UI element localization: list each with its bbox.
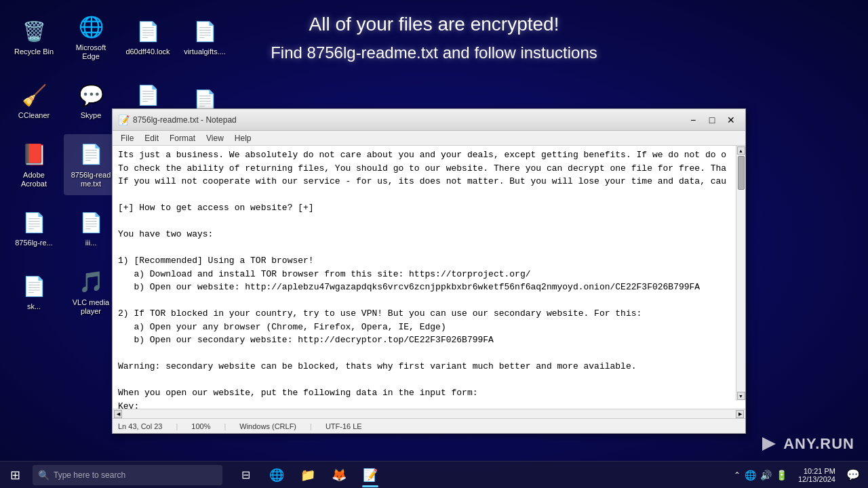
taskbar-firefox-button[interactable]: 🦊 — [324, 462, 354, 489]
statusbar-zoom: 100% — [191, 422, 210, 430]
task-view-icon: ⊟ — [241, 468, 250, 481]
taskbar: ⊞ 🔍 Type here to search ⊟ 🌐 📁 🦊 📝 — [0, 461, 868, 488]
notepad-window-controls: − □ ✕ — [684, 113, 740, 127]
virtual-gifts-label: virtualgifts.... — [184, 47, 226, 56]
maximize-button[interactable]: □ — [703, 113, 721, 127]
desktop-icon-readme[interactable]: 📄 8756lg-read me.txt — [64, 134, 118, 195]
file-8756re-label: 8756lg-re... — [15, 239, 53, 247]
recycle-bin-label: Recycle Bin — [14, 47, 54, 56]
minimize-button[interactable]: − — [684, 113, 702, 127]
svg-marker-0 — [762, 437, 776, 451]
notepad-titlebar[interactable]: 📝 8756lg-readme.txt - Notepad − □ ✕ — [113, 109, 745, 131]
desktop: All of your files are encrypted! Find 87… — [0, 0, 868, 488]
desktop-icon-lock-file[interactable]: 📄 d60dff40.lock — [121, 7, 175, 68]
notepad-window: 📝 8756lg-readme.txt - Notepad − □ ✕ File… — [112, 108, 746, 434]
recycle-bin-icon: 🗑️ — [20, 18, 47, 45]
iii-label: iii... — [85, 239, 97, 247]
explorer-taskbar-icon: 📁 — [300, 468, 315, 483]
readme-icon: 📄 — [77, 141, 104, 168]
desktop-icon-microsoft-edge[interactable]: 🌐 Microsoft Edge — [64, 7, 118, 68]
notepad-taskbar-icon: 📝 — [363, 468, 378, 483]
notepad-app-icon: 📝 — [118, 115, 129, 125]
notification-button[interactable]: 💬 — [844, 468, 863, 481]
desktop-icon-ccleaner[interactable]: 🧹 CCleaner — [7, 70, 61, 131]
taskbar-clock[interactable]: 10:21 PM 12/13/2024 — [793, 467, 841, 483]
scrollbar-down-arrow[interactable]: ▼ — [737, 392, 745, 400]
adobe-acrobat-icon: 📕 — [20, 141, 47, 168]
sk-icon: 📄 — [20, 272, 47, 300]
start-button[interactable]: ⊞ — [0, 462, 30, 489]
notepad-text: Its just a business. We absolutely do no… — [113, 146, 745, 409]
taskbar-edge-button[interactable]: 🌐 — [262, 462, 292, 489]
network-icon[interactable]: 🌐 — [745, 470, 756, 481]
vertical-scrollbar[interactable]: ▲ ▼ — [736, 146, 745, 401]
statusbar-line-ending: Windows (CRLF) — [239, 422, 296, 430]
notepad-statusbar: Ln 43, Col 23 | 100% | Windows (CRLF) | … — [113, 418, 745, 433]
taskbar-notepad-button[interactable]: 📝 — [355, 462, 385, 489]
vlc-label: VLC media player — [66, 298, 115, 316]
desktop-icon-vlc[interactable]: 🎵 VLC media player — [64, 262, 118, 323]
lock-file-icon: 📄 — [134, 18, 161, 45]
scrollbar-left-arrow[interactable]: ◀ — [114, 410, 122, 418]
skype-label: Skype — [81, 111, 102, 120]
skype-icon: 💬 — [77, 81, 104, 108]
file-d-icon: 📄 — [134, 81, 161, 108]
menu-help[interactable]: Help — [229, 132, 257, 144]
sk-label: sk... — [27, 302, 41, 311]
taskbar-right-area: ⌃ 🌐 🔊 🔋 10:21 PM 12/13/2024 💬 — [731, 467, 868, 483]
notepad-content-area[interactable]: Its just a business. We absolutely do no… — [113, 146, 745, 409]
firefox-taskbar-icon: 🦊 — [332, 468, 347, 483]
desktop-icon-recycle-bin[interactable]: 🗑️ Recycle Bin — [7, 7, 61, 68]
statusbar-divider3: | — [310, 422, 312, 430]
ccleaner-label: CCleaner — [18, 111, 50, 120]
readme-label: 8756lg-read me.txt — [66, 171, 115, 188]
statusbar-encoding: UTF-16 LE — [326, 422, 362, 430]
notepad-title: 8756lg-readme.txt - Notepad — [133, 115, 684, 125]
anyrun-text: ANY.RUN — [783, 435, 854, 453]
desktop-icon-adobe-acrobat[interactable]: 📕 Adobe Acrobat — [7, 134, 61, 195]
vlc-icon: 🎵 — [77, 268, 104, 296]
desktop-icon-skype[interactable]: 💬 Skype — [64, 70, 118, 131]
tray-chevron[interactable]: ⌃ — [734, 470, 741, 480]
anyrun-watermark: ANY.RUN — [759, 434, 854, 454]
scrollbar-thumb[interactable] — [738, 156, 745, 190]
windows-logo-icon: ⊞ — [10, 468, 20, 483]
ransom-line1: All of your files are encrypted! — [271, 14, 597, 35]
virtual-gifts-icon: 📄 — [191, 18, 218, 45]
desktop-icon-8756re[interactable]: 📄 8756lg-re... — [7, 198, 61, 259]
taskbar-search-placeholder: Type here to search — [54, 470, 125, 480]
taskbar-pinned-apps: ⊟ 🌐 📁 🦊 📝 — [231, 462, 385, 489]
taskbar-explorer-button[interactable]: 📁 — [293, 462, 323, 489]
lock-file-label: d60dff40.lock — [125, 47, 170, 56]
statusbar-divider2: | — [224, 422, 226, 430]
desktop-icon-virtual-gifts[interactable]: 📄 virtualgifts.... — [178, 7, 232, 68]
taskbar-search[interactable]: 🔍 Type here to search — [33, 465, 222, 485]
close-button[interactable]: ✕ — [722, 113, 740, 127]
microsoft-edge-label: Microsoft Edge — [66, 43, 115, 61]
taskbar-task-view[interactable]: ⊟ — [231, 462, 260, 489]
ransom-line2: Find 8756lg-readme.txt and follow instuc… — [271, 43, 597, 62]
statusbar-divider1: | — [176, 422, 178, 430]
iii-icon: 📄 — [77, 209, 104, 236]
clock-date: 12/13/2024 — [798, 475, 835, 483]
battery-icon[interactable]: 🔋 — [776, 470, 787, 481]
clock-time: 10:21 PM — [804, 467, 835, 475]
horizontal-scrollbar[interactable]: ◀ ▶ — [113, 409, 745, 418]
volume-icon[interactable]: 🔊 — [760, 470, 772, 481]
microsoft-edge-icon: 🌐 — [77, 14, 104, 41]
menu-format[interactable]: Format — [164, 132, 201, 144]
file-8756re-icon: 📄 — [20, 209, 47, 236]
desktop-icon-iii[interactable]: 📄 iii... — [64, 198, 118, 259]
scrollbar-right-arrow[interactable]: ▶ — [736, 410, 744, 418]
menu-view[interactable]: View — [201, 132, 229, 144]
adobe-acrobat-label: Adobe Acrobat — [9, 171, 58, 188]
statusbar-ln-col: Ln 43, Col 23 — [118, 422, 162, 430]
menu-edit[interactable]: Edit — [139, 132, 164, 144]
ransom-message: All of your files are encrypted! Find 87… — [271, 14, 597, 62]
menu-file[interactable]: File — [115, 132, 139, 144]
system-tray: ⌃ 🌐 🔊 🔋 — [731, 470, 790, 481]
anyrun-logo-icon — [759, 434, 779, 454]
scrollbar-up-arrow[interactable]: ▲ — [737, 146, 745, 155]
desktop-icon-sk[interactable]: 📄 sk... — [7, 262, 61, 323]
notepad-menubar: File Edit Format View Help — [113, 131, 745, 146]
